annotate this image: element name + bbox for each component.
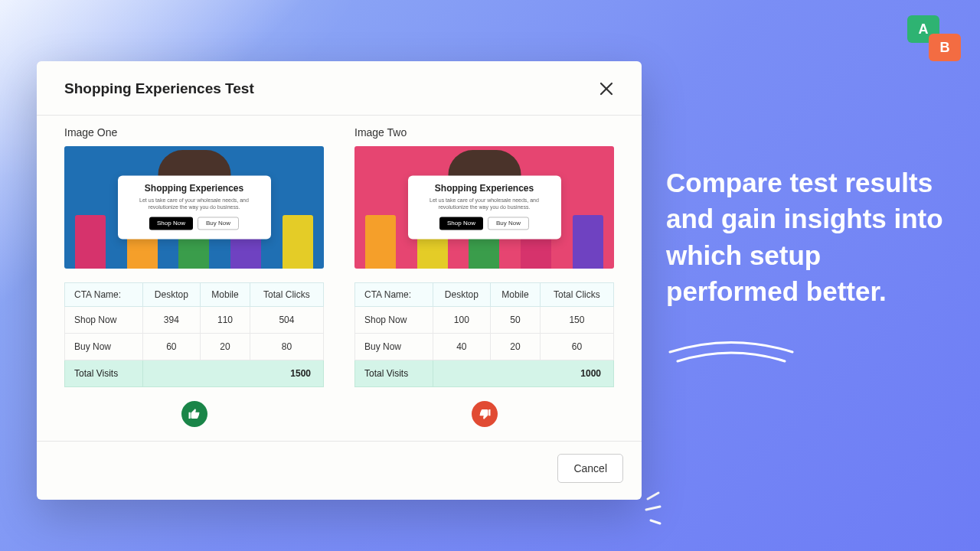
table-row: Buy Now 60 20 80	[65, 334, 324, 360]
variant-one-popup: Shopping Experiences Let us take care of…	[118, 175, 271, 239]
popup-sub: Let us take care of your wholesale needs…	[132, 197, 257, 210]
modal-title: Shopping Experiences Test	[64, 80, 254, 97]
thumbs-up-icon	[188, 407, 201, 421]
svg-line-0	[648, 493, 658, 499]
col-mobile: Mobile	[491, 283, 541, 307]
variant-one-label: Image One	[64, 126, 324, 139]
total-visits-row: Total Visits 1000	[355, 360, 614, 387]
ab-test-logo: A B	[907, 15, 961, 61]
modal-header: Shopping Experiences Test	[37, 61, 642, 116]
variant-b-badge: B	[929, 34, 961, 61]
test-results-modal: Shopping Experiences Test Image One Shop…	[37, 61, 642, 500]
popup-shop-now: Shop Now	[439, 217, 483, 230]
variant-two-label: Image Two	[354, 126, 614, 139]
promo-headline: Compare test results and gain insights i…	[666, 165, 949, 309]
thumbs-down-badge	[472, 401, 498, 427]
col-mobile: Mobile	[201, 283, 250, 307]
table-row: Shop Now 394 110 504	[65, 307, 324, 334]
col-cta: CTA Name:	[65, 283, 143, 307]
col-desktop: Desktop	[142, 283, 201, 307]
svg-line-1	[646, 507, 660, 510]
total-visits-row: Total Visits 1500	[65, 360, 324, 387]
col-total: Total Clicks	[540, 283, 613, 307]
thumbs-down-icon	[478, 407, 492, 421]
popup-sub: Let us take care of your wholesale needs…	[422, 197, 547, 210]
variant-one-image: Shopping Experiences Let us take care of…	[64, 146, 324, 269]
popup-buy-now: Buy Now	[198, 217, 239, 230]
popup-heading: Shopping Experiences	[422, 183, 547, 194]
variant-one: Image One Shopping Experiences Let us ta…	[64, 126, 324, 427]
cancel-button[interactable]: Cancel	[557, 454, 623, 483]
variant-two: Image Two Shopping Experiences Let us ta…	[354, 126, 614, 427]
close-button[interactable]	[596, 78, 617, 99]
popup-shop-now: Shop Now	[149, 217, 193, 230]
svg-line-2	[651, 520, 660, 523]
popup-buy-now: Buy Now	[488, 217, 529, 230]
variant-two-table: CTA Name: Desktop Mobile Total Clicks Sh…	[354, 282, 614, 387]
col-cta: CTA Name:	[355, 283, 433, 307]
popup-heading: Shopping Experiences	[132, 183, 257, 194]
col-desktop: Desktop	[433, 283, 491, 307]
col-total: Total Clicks	[250, 283, 323, 307]
table-row: Buy Now 40 20 60	[355, 334, 614, 360]
accent-ticks-icon	[642, 490, 680, 528]
underline-swoosh-icon	[666, 337, 796, 367]
modal-footer: Cancel	[37, 441, 642, 500]
table-row: Shop Now 100 50 150	[355, 307, 614, 334]
close-icon	[599, 81, 614, 96]
variant-one-table: CTA Name: Desktop Mobile Total Clicks Sh…	[64, 282, 324, 387]
thumbs-up-badge	[181, 401, 207, 427]
variant-two-image: Shopping Experiences Let us take care of…	[354, 146, 614, 269]
modal-body: Image One Shopping Experiences Let us ta…	[37, 116, 642, 441]
variant-two-popup: Shopping Experiences Let us take care of…	[408, 175, 561, 239]
